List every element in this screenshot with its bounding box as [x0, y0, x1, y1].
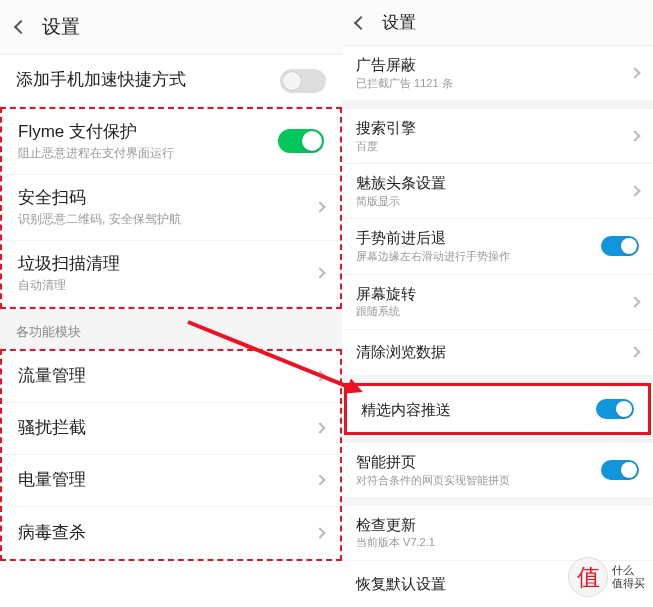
adblock-row[interactable]: 广告屏蔽 已拦截广告 1121 条: [342, 46, 653, 101]
safe-scan-sub: 识别恶意二维码, 安全保驾护航: [18, 211, 306, 228]
back-icon[interactable]: [354, 15, 368, 29]
junk-clean-row[interactable]: 垃圾扫描清理 自动清理: [2, 241, 340, 307]
rotation-row[interactable]: 屏幕旋转 跟随系统: [342, 275, 653, 330]
add-shortcut-toggle[interactable]: [280, 69, 326, 93]
adblock-title: 广告屏蔽: [356, 55, 621, 75]
featured-push-row[interactable]: 精选内容推送: [347, 386, 648, 432]
flyme-pay-sub: 阻止恶意进程在支付界面运行: [18, 145, 278, 162]
chevron-right-icon: [629, 130, 640, 141]
battery-row[interactable]: 电量管理: [2, 455, 340, 507]
watermark: 值 什么 值得买: [568, 557, 645, 597]
smart-toggle[interactable]: [601, 460, 639, 480]
safe-scan-row[interactable]: 安全扫码 识别恶意二维码, 安全保驾护航: [2, 175, 340, 241]
junk-clean-sub: 自动清理: [18, 277, 306, 294]
section-label: 各功能模块: [0, 309, 342, 349]
gesture-row[interactable]: 手势前进后退 屏幕边缘左右滑动进行手势操作: [342, 219, 653, 274]
gesture-toggle[interactable]: [601, 236, 639, 256]
virus-row[interactable]: 病毒查杀: [2, 507, 340, 559]
chevron-right-icon: [629, 67, 640, 78]
left-highlight-2: 流量管理 骚扰拦截 电量管理 病毒查杀: [0, 349, 342, 561]
featured-highlight: 精选内容推送: [344, 383, 651, 435]
featured-toggle[interactable]: [596, 399, 634, 419]
chevron-right-icon: [629, 296, 640, 307]
left-highlight-1: Flyme 支付保护 阻止恶意进程在支付界面运行 安全扫码 识别恶意二维码, 安…: [0, 107, 342, 309]
junk-clean-title: 垃圾扫描清理: [18, 253, 306, 275]
clear-data-row[interactable]: 清除浏览数据: [342, 330, 653, 376]
safe-scan-title: 安全扫码: [18, 187, 306, 209]
left-panel: 设置 添加手机加速快捷方式 Flyme 支付保护 阻止恶意进程在支付界面运行 安…: [0, 0, 342, 607]
chevron-right-icon: [314, 423, 325, 434]
search-engine-row[interactable]: 搜索引擎 百度: [342, 109, 653, 164]
watermark-logo-icon: 值: [568, 557, 608, 597]
adblock-sub: 已拦截广告 1121 条: [356, 76, 621, 91]
watermark-char: 值: [577, 562, 600, 593]
back-icon[interactable]: [14, 20, 28, 34]
spam-row[interactable]: 骚扰拦截: [2, 403, 340, 455]
chevron-right-icon: [314, 202, 325, 213]
left-header: 设置: [0, 0, 342, 55]
chevron-right-icon: [629, 347, 640, 358]
left-title: 设置: [42, 14, 80, 40]
chevron-right-icon: [314, 527, 325, 538]
right-panel: 设置 广告屏蔽 已拦截广告 1121 条 搜索引擎 百度 魅族头条设置 简版显示…: [342, 0, 653, 607]
chevron-right-icon: [314, 268, 325, 279]
right-title: 设置: [382, 11, 416, 34]
chevron-right-icon: [629, 186, 640, 197]
right-header: 设置: [342, 0, 653, 46]
add-shortcut-row[interactable]: 添加手机加速快捷方式: [0, 55, 342, 107]
traffic-row[interactable]: 流量管理: [2, 351, 340, 403]
flyme-pay-row[interactable]: Flyme 支付保护 阻止恶意进程在支付界面运行: [2, 109, 340, 175]
smart-page-row[interactable]: 智能拼页 对符合条件的网页实现智能拼页: [342, 443, 653, 498]
add-shortcut-label: 添加手机加速快捷方式: [16, 69, 280, 91]
flyme-pay-toggle[interactable]: [278, 129, 324, 153]
flyme-pay-title: Flyme 支付保护: [18, 121, 278, 143]
meizu-news-row[interactable]: 魅族头条设置 简版显示: [342, 164, 653, 219]
check-update-row[interactable]: 检查更新 当前版本 V7.2.1: [342, 506, 653, 561]
chevron-right-icon: [314, 475, 325, 486]
